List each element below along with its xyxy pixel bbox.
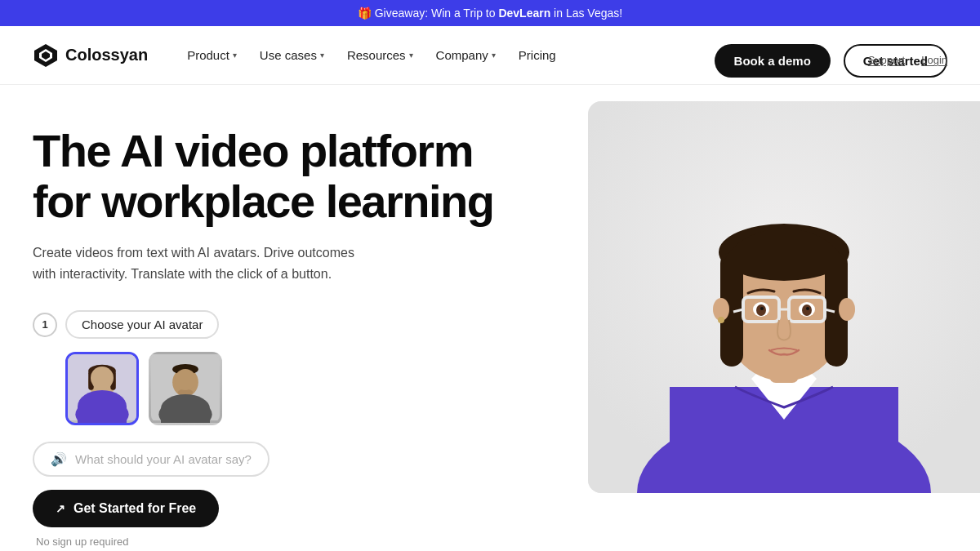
say-placeholder: What should your AI avatar say? bbox=[75, 452, 252, 466]
svg-point-15 bbox=[158, 399, 212, 423]
support-link[interactable]: Support bbox=[868, 54, 906, 66]
avatar-male-inner bbox=[151, 354, 220, 423]
logo[interactable]: Colossyan bbox=[33, 42, 148, 69]
banner-brand: DevLearn bbox=[498, 7, 550, 20]
hero-title: The AI video platform for workplace lear… bbox=[33, 126, 536, 226]
svg-point-19 bbox=[178, 389, 194, 395]
svg-rect-10 bbox=[94, 380, 101, 386]
main-nav: Product ▾ Use cases ▾ Resources ▾ Compan… bbox=[177, 42, 566, 69]
chevron-down-icon: ▾ bbox=[320, 51, 324, 60]
main-header: Support Login Colossyan Product ▾ Use ca… bbox=[0, 26, 980, 85]
nav-company[interactable]: Company ▾ bbox=[426, 42, 506, 69]
hero-left: The AI video platform for workplace lear… bbox=[33, 118, 536, 548]
avatar-male[interactable] bbox=[149, 352, 222, 425]
banner-text-after: in Las Vegas! bbox=[550, 7, 622, 20]
chevron-down-icon: ▾ bbox=[492, 51, 496, 60]
logo-text: Colossyan bbox=[65, 46, 148, 64]
header-top-links: Support Login bbox=[868, 54, 947, 66]
nav-use-cases[interactable]: Use cases ▾ bbox=[250, 42, 334, 69]
avatar-female-svg bbox=[68, 352, 136, 423]
step-widget: 1 Choose your AI avatar bbox=[33, 310, 536, 339]
logo-icon bbox=[33, 42, 59, 69]
svg-point-7 bbox=[88, 365, 116, 377]
banner-emoji: 🎁 bbox=[358, 7, 372, 20]
hero-image bbox=[588, 101, 980, 493]
step-number: 1 bbox=[33, 313, 57, 337]
chevron-down-icon: ▾ bbox=[409, 51, 413, 60]
svg-point-4 bbox=[75, 399, 128, 423]
hero-image-background bbox=[588, 101, 980, 493]
speaker-icon: 🔊 bbox=[51, 451, 67, 467]
external-link-icon: ↗ bbox=[56, 502, 65, 515]
hero-subtitle: Create videos from text with AI avatars.… bbox=[33, 242, 376, 284]
svg-rect-11 bbox=[103, 380, 110, 386]
svg-point-41 bbox=[760, 307, 764, 310]
avatar-male-svg bbox=[151, 352, 220, 423]
nav-resources[interactable]: Resources ▾ bbox=[337, 42, 423, 69]
svg-rect-3 bbox=[68, 352, 136, 420]
avatar-selector bbox=[65, 352, 536, 425]
svg-rect-14 bbox=[151, 352, 220, 420]
svg-rect-5 bbox=[98, 390, 105, 399]
svg-point-40 bbox=[802, 304, 812, 316]
say-input[interactable]: 🔊 What should your AI avatar say? bbox=[33, 442, 270, 477]
svg-point-30 bbox=[839, 298, 855, 321]
nav-product[interactable]: Product ▾ bbox=[177, 42, 247, 69]
promo-banner[interactable]: 🎁 Giveaway: Win a Trip to DevLearn in La… bbox=[0, 0, 980, 26]
no-signup-text: No sign up required bbox=[36, 535, 536, 548]
nav-pricing[interactable]: Pricing bbox=[509, 42, 566, 69]
svg-point-39 bbox=[756, 304, 766, 316]
svg-point-31 bbox=[718, 317, 724, 323]
svg-rect-8 bbox=[88, 371, 94, 390]
hero-section: The AI video platform for workplace lear… bbox=[0, 85, 980, 549]
svg-rect-9 bbox=[110, 371, 116, 390]
header-left: Colossyan Product ▾ Use cases ▾ Resource… bbox=[33, 42, 566, 69]
svg-point-18 bbox=[172, 364, 198, 375]
step-label: Choose your AI avatar bbox=[65, 310, 219, 339]
avatar-female[interactable] bbox=[65, 352, 139, 425]
chevron-down-icon: ▾ bbox=[233, 51, 237, 60]
cta-button-label: Get Started for Free bbox=[74, 501, 196, 516]
login-link[interactable]: Login bbox=[921, 54, 947, 66]
avatar-female-inner bbox=[68, 354, 136, 423]
svg-point-6 bbox=[88, 367, 116, 398]
svg-point-42 bbox=[806, 307, 809, 310]
cta-get-started-button[interactable]: ↗ Get Started for Free bbox=[33, 490, 219, 527]
book-demo-button[interactable]: Book a demo bbox=[715, 44, 831, 78]
hero-person-illustration bbox=[588, 101, 980, 493]
banner-text-before: Giveaway: Win a Trip to bbox=[375, 7, 499, 20]
svg-marker-13 bbox=[96, 397, 107, 404]
